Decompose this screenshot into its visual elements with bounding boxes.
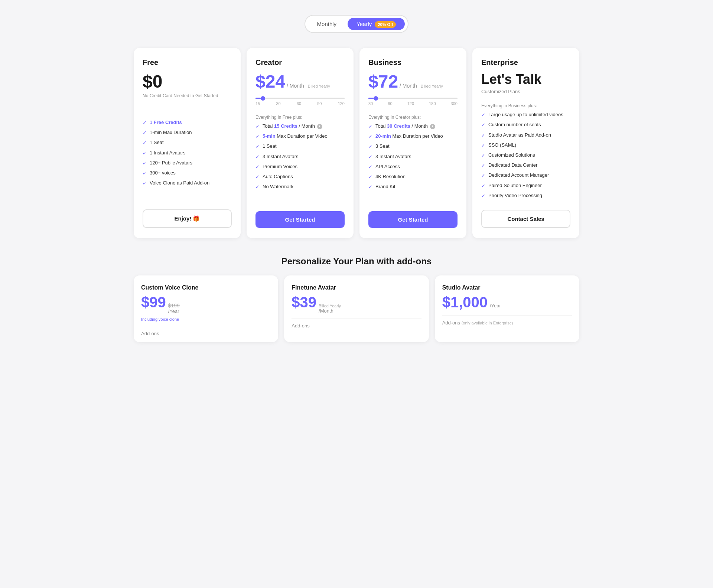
plan-name-business: Business: [368, 58, 458, 67]
price-billed-creator: Billed Yearly: [308, 84, 330, 88]
feature-list-business: ✓Total 30 Credits / Month i ✓20-min Max …: [368, 123, 458, 204]
feature-item: ✓Auto Captions: [255, 173, 345, 180]
addon-price-row-studio: $1,000 /Year: [442, 294, 572, 311]
check-icon: ✓: [255, 123, 260, 130]
feature-item: ✓No Watermark: [255, 183, 345, 190]
section-label-business: Everything in Creator plus:: [368, 115, 458, 120]
feature-list-creator: ✓Total 15 Credits / Month i ✓5-min Max D…: [255, 123, 345, 204]
yearly-option[interactable]: Yearly 20% Off: [348, 18, 405, 30]
feature-list-free: ✓1 Free Credits ✓1-min Max Duration ✓1 S…: [143, 119, 232, 202]
plan-name-free: Free: [143, 58, 232, 67]
plan-subtitle-free: No Credit Card Needed to Get Started: [143, 93, 232, 98]
slider-business[interactable]: 3060120180300: [368, 98, 458, 106]
plan-price-creator: $24 / Month Billed Yearly: [255, 71, 345, 92]
addon-price-row-voice-clone: $99 $199 /Year: [141, 294, 271, 314]
enterprise-subtitle: Customized Plans: [481, 89, 570, 94]
addon-price-period-finetune: /Month: [319, 308, 333, 314]
check-icon: ✓: [368, 123, 372, 130]
addon-name-finetune: Finetune Avatar: [292, 284, 421, 291]
check-icon: ✓: [368, 164, 372, 170]
check-icon: ✓: [255, 133, 260, 140]
addon-price-period-studio: /Year: [490, 303, 501, 308]
feature-item: ✓20-min Max Duration per Video: [368, 133, 458, 140]
monthly-option[interactable]: Monthly: [308, 18, 346, 30]
plan-name-enterprise: Enterprise: [481, 58, 570, 67]
feature-item: ✓5-min Max Duration per Video: [255, 133, 345, 140]
check-icon: ✓: [255, 174, 260, 180]
feature-item: ✓1 Seat: [143, 139, 232, 146]
price-billed-business: Billed Yearly: [421, 84, 443, 88]
check-icon: ✓: [143, 140, 147, 146]
addon-label-note-studio: (only available in Enterprise): [462, 321, 513, 325]
check-icon: ✓: [143, 170, 147, 177]
section-label-enterprise: Everything in Business plus:: [481, 103, 570, 108]
addons-grid: Custom Voice Clone $99 $199 /Year Includ…: [134, 275, 579, 342]
feature-item: ✓4K Resolution: [368, 173, 458, 180]
plan-price-business: $72 / Month Billed Yearly: [368, 71, 458, 92]
price-period-creator: / Month: [287, 83, 304, 89]
feature-list-enterprise: ✓Large usage up to unlimited videos ✓Cus…: [481, 111, 570, 202]
section-label-creator: Everything in Free plus:: [255, 115, 345, 120]
feature-item: ✓Paired Solution Engineer: [481, 182, 570, 189]
feature-item: ✓Brand Kit: [368, 183, 458, 190]
feature-item: ✓Dedicated Data Center: [481, 162, 570, 169]
contact-sales-button[interactable]: Contact Sales: [481, 210, 570, 228]
addon-name-voice-clone: Custom Voice Clone: [141, 284, 271, 291]
check-icon: ✓: [368, 133, 372, 140]
slider-track-business: [368, 98, 458, 99]
price-amount-business: $72: [368, 71, 398, 92]
feature-item: ✓1 Seat: [255, 143, 345, 150]
plans-container: Free $0 No Credit Card Needed to Get Sta…: [134, 48, 579, 238]
feature-item: ✓1 Instant Avatars: [143, 150, 232, 157]
check-icon: ✓: [255, 164, 260, 170]
addon-label-finetune: Add-ons: [292, 318, 421, 329]
addon-price-period-voice-clone: /Year: [168, 308, 179, 314]
slider-track-creator: [255, 98, 345, 99]
slider-fill-business: [368, 98, 374, 99]
addon-billed-finetune: Billed Yearly: [319, 304, 341, 308]
plan-card-business: Business $72 / Month Billed Yearly 30601…: [359, 48, 466, 238]
addons-title: Personalize Your Plan with add-ons: [134, 256, 579, 267]
addon-card-voice-clone: Custom Voice Clone $99 $199 /Year Includ…: [134, 275, 278, 342]
addon-price-old-voice-clone: $199: [168, 303, 180, 308]
addon-price-main-voice-clone: $99: [141, 294, 166, 311]
slider-thumb-creator[interactable]: [261, 96, 265, 101]
check-icon: ✓: [368, 174, 372, 180]
check-icon: ✓: [143, 120, 147, 126]
addons-section: Personalize Your Plan with add-ons Custo…: [134, 256, 579, 342]
check-icon: ✓: [481, 112, 485, 118]
billing-toggle[interactable]: Monthly Yearly 20% Off: [305, 15, 409, 33]
plan-card-creator: Creator $24 / Month Billed Yearly 153060…: [247, 48, 354, 238]
feature-item: ✓Custom number of seats: [481, 121, 570, 128]
slider-thumb-business[interactable]: [374, 96, 378, 101]
check-icon: ✓: [255, 143, 260, 150]
discount-badge: 20% Off: [375, 21, 396, 28]
slider-creator[interactable]: 15306090120: [255, 98, 345, 106]
plan-card-free: Free $0 No Credit Card Needed to Get Sta…: [134, 48, 241, 238]
feature-item: ✓3 Instant Avatars: [368, 153, 458, 160]
addon-name-studio: Studio Avatar: [442, 284, 572, 291]
info-icon[interactable]: i: [317, 124, 322, 129]
info-icon[interactable]: i: [430, 124, 435, 129]
feature-item: ✓Dedicated Account Manager: [481, 172, 570, 179]
feature-item: ✓1 Free Credits: [143, 119, 232, 126]
addon-label-studio: Add-ons (only available in Enterprise): [442, 315, 572, 326]
price-amount-free: $0: [143, 71, 162, 92]
check-icon: ✓: [143, 150, 147, 157]
feature-item: ✓Studio Avatar as Paid Add-on: [481, 132, 570, 139]
check-icon: ✓: [481, 193, 485, 199]
addon-card-studio: Studio Avatar $1,000 /Year Add-ons (only…: [435, 275, 579, 342]
enjoy-button[interactable]: Enjoy! 🎁: [143, 209, 232, 228]
plan-name-creator: Creator: [255, 58, 345, 67]
get-started-business-button[interactable]: Get Started: [368, 211, 458, 228]
check-icon: ✓: [481, 122, 485, 128]
price-amount-creator: $24: [255, 71, 285, 92]
get-started-creator-button[interactable]: Get Started: [255, 211, 345, 228]
enterprise-price-label: Let's Talk: [481, 71, 570, 87]
feature-item: ✓Premium Voices: [255, 163, 345, 170]
addon-card-finetune: Finetune Avatar $39 Billed Yearly /Month…: [284, 275, 429, 342]
check-icon: ✓: [368, 143, 372, 150]
feature-item: ✓Priority Video Processing: [481, 192, 570, 199]
price-period-business: / Month: [400, 83, 417, 89]
addon-price-main-studio: $1,000: [442, 294, 488, 311]
